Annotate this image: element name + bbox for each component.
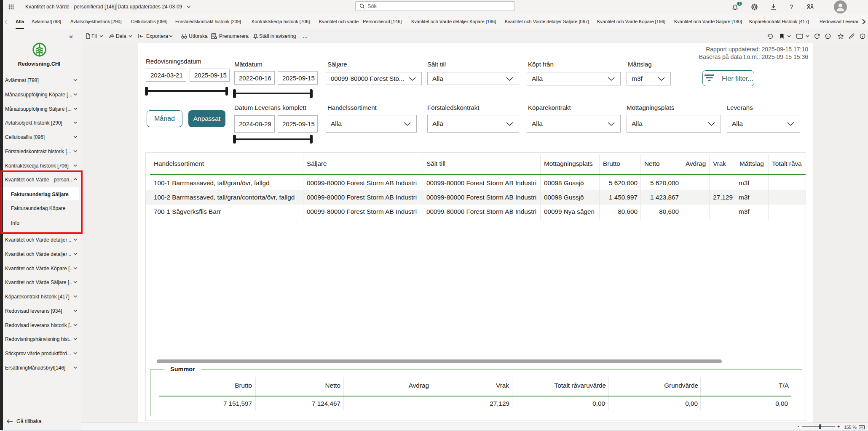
svg-text:?: ? bbox=[790, 3, 793, 10]
svg-text:2: 2 bbox=[739, 2, 741, 5]
